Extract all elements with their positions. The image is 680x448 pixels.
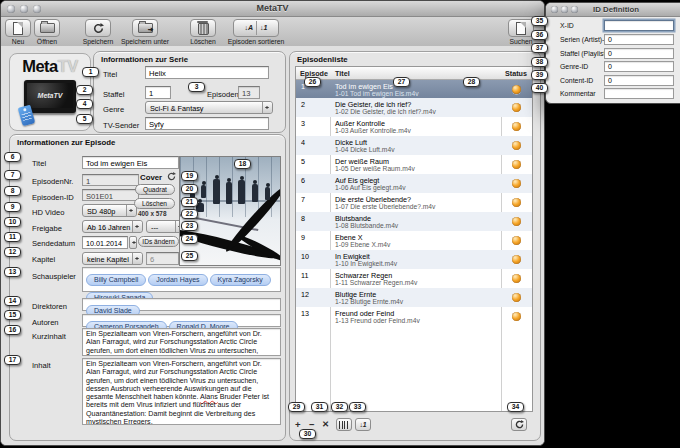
inhalt-textarea[interactable]: Ein Spezialteam von Viren-Forschern, ang… [82, 358, 281, 425]
ep-titel-input[interactable]: Tod im ewigen Eis [82, 156, 179, 169]
episode-row[interactable]: 2Die Geister, die ich rief?1-02 Die Geis… [296, 98, 532, 117]
ep-kapitel-dropdown[interactable]: keine Kapitel [82, 252, 143, 265]
serie-episoden-label: Episoden [207, 90, 239, 99]
close-button[interactable] [551, 6, 558, 13]
callout-badge-30: 30 [299, 429, 316, 439]
callout-badge-18: 18 [234, 159, 251, 169]
callout-badge-5: 5 [76, 114, 93, 124]
episode-row[interactable]: 6Auf Eis gelegt1-06 Auf Eis gelegt.m4v [296, 174, 532, 193]
serie-genre-label: Genre [103, 105, 124, 114]
episode-row[interactable]: 5Der weiße Raum1-05 Der weiße Raum.m4v [296, 155, 532, 174]
callout-badge-13: 13 [4, 267, 21, 277]
status-dot [512, 141, 521, 150]
status-dot [512, 179, 521, 188]
main-titlebar[interactable]: MetaTV [1, 1, 544, 17]
quadrat-button[interactable]: Quadrat [135, 184, 175, 195]
episode-filename: 1-01 Tod im ewigen Eis.m4v [335, 90, 419, 97]
reload-list-button[interactable] [511, 418, 527, 431]
status-dot [512, 293, 521, 302]
window-title: MetaTV [1, 1, 544, 16]
serie-episoden-count: 13 [238, 86, 260, 99]
episode-row[interactable]: 1Tod im ewigen Eis1-01 Tod im ewigen Eis… [296, 79, 532, 99]
cover-loeschen-button[interactable]: Löschen [134, 198, 175, 209]
episode-row[interactable]: 8Blutsbande1-08 Blutsbande.m4v [296, 212, 532, 231]
ep-sendedatum-stepper[interactable] [129, 236, 137, 249]
callout-badge-8: 8 [4, 186, 21, 196]
episode-row[interactable]: 12Blutige Ernte1-12 Blutige Ernte.m4v [296, 288, 532, 307]
episode-row[interactable]: 13Freund oder Feind1-13 Freund oder Fein… [296, 307, 532, 326]
close-button[interactable] [7, 5, 15, 13]
cover-refresh-icon[interactable] [167, 172, 176, 181]
episode-row[interactable]: 11Schwarzer Regen1-11 Schwarzer Regen.m4… [296, 269, 532, 288]
sort-episodes-button[interactable]: ↓1 [355, 418, 371, 431]
episode-number: 12 [301, 290, 309, 299]
status-dot [512, 198, 521, 207]
episode-row[interactable]: 9Ebene X1-09 Ebene X.m4v [296, 231, 532, 250]
episode-number: 3 [301, 119, 305, 128]
id-field-input[interactable]: 0 [604, 75, 674, 86]
oeffnen-button[interactable]: Öffnen [31, 19, 63, 45]
callout-badge-10: 10 [4, 217, 21, 227]
minimize-button[interactable] [561, 6, 568, 13]
ep-freigabe-dropdown[interactable]: Ab 16 Jahren [82, 220, 143, 233]
speichern-unter-label: Speichern unter [115, 38, 175, 45]
direktoren-tokenfield[interactable]: David Slade [82, 298, 281, 311]
minimize-button[interactable] [20, 5, 28, 13]
trash-icon [190, 19, 216, 37]
autoren-tokenfield[interactable]: Cameron PorsandehRonald D. Moore [82, 314, 281, 327]
zoom-button[interactable] [33, 5, 41, 13]
loeschen-button[interactable]: Löschen [181, 19, 225, 45]
schauspieler-tokenfield[interactable]: Billy CampbellJordan HayesKyra ZagorskyH… [82, 267, 281, 292]
episode-row[interactable]: 4Dicke Luft1-04 Dicke Luft.m4v [296, 136, 532, 155]
id-field-input[interactable]: 0 [604, 34, 674, 45]
ep-freigabe-label: Freigabe [32, 224, 62, 233]
id-field-input[interactable]: 0 [604, 48, 674, 59]
ep-hdvideo-dropdown[interactable]: SD 480p [82, 204, 137, 217]
episode-number: 2 [301, 100, 305, 109]
zoom-button[interactable] [571, 6, 578, 13]
serie-staffel-input[interactable]: 1 [145, 86, 171, 99]
callout-badge-17: 17 [4, 355, 21, 365]
episode-filename: 1-05 Der weiße Raum.m4v [335, 165, 415, 172]
id-titlebar[interactable]: ID Definition [546, 3, 680, 17]
token[interactable]: Jordan Hayes [148, 274, 207, 286]
kurzinhalt-textarea[interactable]: Ein Spezialteam von Viren-Forschern, ang… [82, 328, 281, 356]
callout-badge-36: 36 [531, 30, 548, 40]
tv-icon: MetaTV [24, 80, 76, 113]
serie-titel-input[interactable]: Helix [145, 66, 269, 79]
token[interactable]: Kyra Zagorsky [210, 274, 271, 286]
episoden-sortieren-button[interactable]: ↓A↓1Episoden sortieren [227, 19, 285, 45]
id-field-input[interactable] [604, 20, 674, 31]
episode-row[interactable]: 7Die erste Überlebende?1-07 Die erste Üb… [296, 193, 532, 212]
id-field-input[interactable]: 0 [604, 61, 674, 72]
serie-genre-dropdown[interactable]: Sci-Fi & Fantasy [145, 101, 273, 114]
id-field-input[interactable] [604, 88, 674, 99]
barcode-button[interactable] [336, 418, 352, 431]
ids-aendern-button[interactable]: IDs ändern [138, 236, 179, 247]
status-dot [512, 274, 521, 283]
status-dot [512, 122, 521, 131]
serie-tvsender-input[interactable]: Syfy [145, 117, 269, 130]
toolbar: Suchen NeuÖffnenSpeichern➜Speichern unte… [1, 17, 544, 47]
episode-list-panel: Episodenliste Episode Titel Status 1Tod … [289, 51, 541, 441]
serie-tvsender-label: TV-Sender [103, 121, 139, 130]
id-field-label: Content-ID [560, 77, 593, 84]
neu-button[interactable]: Neu [3, 19, 33, 45]
token[interactable]: Billy Campbell [86, 274, 146, 286]
serie-panel: Informationen zur Serie Titel Helix Staf… [93, 51, 286, 133]
col-status[interactable]: Status [505, 69, 527, 78]
col-titel[interactable]: Titel [335, 69, 350, 78]
schauspieler-label: Schauspieler [32, 272, 76, 281]
status-dot [512, 217, 521, 226]
desktop: MetaTV Suchen NeuÖffnenSpeichern➜Speiche… [0, 0, 680, 448]
chevron-down-icon [132, 221, 142, 232]
episode-row[interactable]: 10In Ewigkeit1-10 In Ewigkeit.m4v [296, 250, 532, 269]
delete-episode-button[interactable]: ✕ [322, 418, 329, 431]
episode-row[interactable]: 3Außer Kontrolle1-03 Außer Kontrolle.m4v [296, 117, 532, 136]
callout-badge-21: 21 [181, 197, 198, 207]
ep-sendedatum-input[interactable]: 10.01.2014 [82, 236, 128, 249]
callout-badge-12: 12 [4, 247, 21, 257]
episode-number: 6 [301, 176, 305, 185]
ep-id-value: S01E01 [82, 189, 139, 201]
speichern-unter-button[interactable]: ➜Speichern unter [115, 19, 175, 45]
